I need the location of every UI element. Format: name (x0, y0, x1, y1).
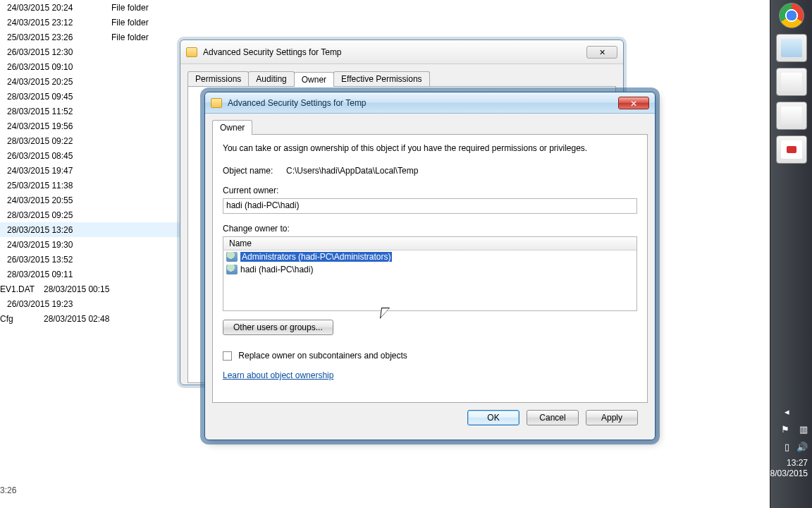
learn-link[interactable]: Learn about object ownership (223, 370, 333, 380)
taskbar: FR ◂ ⚑ ▥ ▯ 🔊 13:27 28/03/2015 (770, 0, 812, 508)
app-icon[interactable] (776, 68, 807, 96)
battery-icon[interactable]: ▯ (777, 442, 789, 454)
titlebar[interactable]: Advanced Security Settings for Temp ✕ (205, 92, 655, 114)
object-name-label: Object name: (223, 166, 286, 176)
replace-owner-label: Replace owner on subcontainers and objec… (238, 351, 407, 361)
tab-auditing[interactable]: Auditing (248, 71, 294, 86)
pdf-icon[interactable] (776, 135, 807, 164)
desktop: 24/03/2015 20:24File folder 24/03/2015 2… (0, 0, 812, 508)
dialog-advanced-security-inner: Advanced Security Settings for Temp ✕ Ow… (204, 92, 656, 440)
owner-item-administrators[interactable]: Administrators (hadi-PC\Administrators) (223, 250, 636, 263)
group-icon (226, 252, 238, 262)
app-icon[interactable] (776, 102, 807, 130)
chrome-icon[interactable] (779, 3, 804, 28)
table-row[interactable]: 24/03/2015 23:12File folder (0, 15, 634, 30)
clock-partial: 3:26 (0, 485, 16, 495)
volume-icon[interactable]: 🔊 (795, 442, 808, 454)
close-button[interactable]: ✕ (618, 97, 649, 109)
app-icon[interactable] (776, 34, 807, 62)
tab-effective-permissions[interactable]: Effective Permissions (333, 71, 430, 86)
current-owner-label: Current owner: (223, 186, 637, 195)
window-title: Advanced Security Settings for Temp (228, 98, 367, 108)
change-owner-label: Change owner to: (223, 224, 637, 234)
tab-permissions[interactable]: Permissions (187, 71, 249, 86)
tab-strip: Permissions Auditing Owner Effective Per… (187, 71, 616, 87)
tab-owner[interactable]: Owner (212, 120, 252, 135)
tray-time[interactable]: 13:27 (765, 458, 808, 469)
system-tray: ◂ ⚑ ▥ ▯ 🔊 13:27 28/03/2015 (765, 406, 808, 480)
cancel-button[interactable]: Cancel (527, 410, 579, 425)
other-users-button[interactable]: Other users or groups... (223, 320, 333, 335)
owner-list[interactable]: Administrators (hadi-PC\Administrators) … (223, 250, 637, 311)
dialog-button-row: OK Cancel Apply (212, 403, 648, 433)
intro-text: You can take or assign ownership of this… (223, 143, 637, 153)
owner-item-hadi[interactable]: hadi (hadi-PC\hadi) (223, 263, 636, 276)
tab-strip: Owner (212, 119, 648, 135)
table-row[interactable]: 24/03/2015 20:24File folder (0, 0, 634, 15)
titlebar[interactable]: Advanced Security Settings for Temp ✕ (180, 40, 623, 64)
owner-list-header[interactable]: Name (223, 236, 637, 250)
user-icon (226, 265, 238, 274)
replace-owner-checkbox[interactable] (223, 351, 232, 361)
ok-button[interactable]: OK (467, 410, 519, 425)
flag-icon[interactable]: ⚑ (777, 424, 789, 436)
apply-button[interactable]: Apply (586, 410, 638, 425)
tray-date[interactable]: 28/03/2015 (765, 468, 808, 480)
network-icon[interactable]: ▥ (795, 424, 808, 436)
current-owner-field: hadi (hadi-PC\hadi) (223, 198, 637, 214)
folder-icon (211, 98, 222, 108)
tray-arrow-icon[interactable]: ◂ (777, 406, 789, 418)
folder-icon (186, 47, 197, 57)
close-button[interactable]: ✕ (586, 46, 617, 59)
tab-owner[interactable]: Owner (294, 72, 334, 87)
window-title: Advanced Security Settings for Temp (203, 47, 342, 57)
tab-page: You can take or assign ownership of this… (212, 135, 648, 403)
cursor-icon (381, 308, 390, 322)
object-name-value: C:\Users\hadi\AppData\Local\Temp (286, 166, 418, 176)
